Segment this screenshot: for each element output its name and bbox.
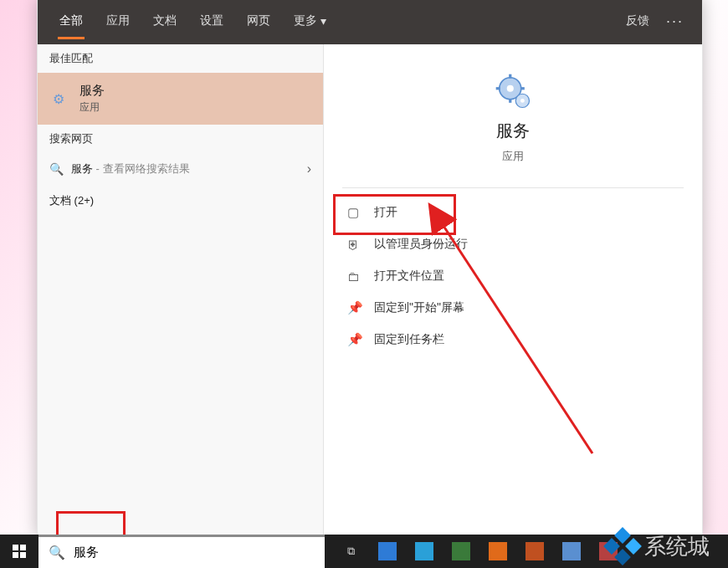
action-open-location-label: 打开文件位置: [374, 269, 444, 284]
action-pin-taskbar[interactable]: 📌 固定到任务栏: [332, 324, 694, 356]
web-item-label: 服务: [71, 162, 93, 175]
svg-rect-12: [20, 552, 26, 558]
action-list: ▢ 打开 ⛨ 以管理员身份运行 🗀 打开文件位置 📌 固定到"开始"屏幕 📌: [324, 193, 702, 359]
svg-rect-11: [13, 552, 18, 558]
action-run-admin-label: 以管理员身份运行: [374, 237, 468, 252]
taskbar-app-4[interactable]: [480, 535, 515, 568]
filter-tabbar: 全部 应用 文档 设置 网页 更多 ▾ 反馈 ···: [38, 0, 702, 44]
web-search-item[interactable]: 🔍 服务 - 查看网络搜索结果 ›: [38, 153, 323, 185]
tab-all[interactable]: 全部: [48, 0, 95, 44]
preview-hero: 服务 应用: [324, 44, 702, 181]
results-list: 最佳匹配 ⚙ 服务 应用 搜索网页 🔍 服务 - 查看网络搜索结果 › 文档 (…: [38, 44, 324, 535]
chevron-down-icon: ▾: [320, 14, 326, 28]
action-open[interactable]: ▢ 打开: [332, 197, 694, 228]
taskbar-app-5[interactable]: [517, 535, 552, 568]
task-view-button[interactable]: ⧉: [333, 535, 368, 568]
action-open-label: 打开: [374, 205, 397, 220]
shield-icon: ⛨: [347, 238, 362, 252]
best-match-text: 服务 应用: [79, 83, 105, 115]
tab-apps[interactable]: 应用: [95, 0, 141, 44]
pin-icon: 📌: [347, 332, 362, 347]
action-open-location[interactable]: 🗀 打开文件位置: [332, 260, 694, 292]
svg-rect-2: [509, 74, 511, 79]
best-match-header: 最佳匹配: [38, 44, 323, 73]
search-input[interactable]: [74, 545, 315, 560]
web-search-header: 搜索网页: [38, 125, 323, 153]
documents-header[interactable]: 文档 (2+): [38, 185, 323, 217]
svg-rect-3: [509, 99, 511, 103]
chevron-right-icon: ›: [307, 161, 311, 177]
windows-logo-icon: [13, 545, 26, 558]
tab-docs[interactable]: 文档: [141, 0, 188, 44]
tab-more-label: 更多: [294, 13, 317, 28]
taskbar-app-1[interactable]: [370, 535, 405, 568]
start-button[interactable]: [0, 535, 38, 568]
search-icon: 🔍: [49, 162, 63, 176]
tab-settings[interactable]: 设置: [188, 0, 235, 44]
search-flyout: 全部 应用 文档 设置 网页 更多 ▾ 反馈 ··· 最佳匹配 ⚙ 服务 应用 …: [37, 0, 703, 535]
taskbar-app-3[interactable]: [443, 535, 479, 568]
action-run-admin[interactable]: ⛨ 以管理员身份运行: [332, 228, 694, 260]
action-pin-start-label: 固定到"开始"屏幕: [374, 300, 464, 315]
action-pin-start[interactable]: 📌 固定到"开始"屏幕: [332, 292, 694, 324]
taskbar-app-7[interactable]: [591, 535, 626, 568]
preview-title: 服务: [496, 120, 530, 142]
taskbar-pinned-apps: ⧉: [325, 535, 626, 568]
feedback-link[interactable]: 反馈: [618, 13, 658, 28]
svg-rect-4: [496, 87, 500, 90]
overflow-menu-icon[interactable]: ···: [658, 13, 692, 30]
web-item-hint: - 查看网络搜索结果: [93, 162, 190, 175]
taskbar-app-6[interactable]: [554, 535, 589, 568]
divider: [342, 187, 684, 188]
svg-rect-10: [20, 545, 26, 550]
tab-web[interactable]: 网页: [235, 0, 282, 44]
services-gear-icon: ⚙: [49, 90, 68, 108]
best-match-title: 服务: [79, 83, 105, 99]
search-icon: 🔍: [49, 545, 65, 560]
best-match-subtitle: 应用: [79, 100, 105, 115]
svg-rect-9: [13, 545, 18, 550]
svg-rect-5: [520, 87, 525, 90]
svg-point-1: [507, 85, 514, 92]
svg-point-7: [520, 99, 525, 103]
taskbar-app-2[interactable]: [407, 535, 442, 568]
pin-icon: 📌: [347, 300, 362, 315]
taskbar: 🔍 ⧉: [0, 535, 728, 568]
taskbar-search[interactable]: 🔍: [38, 535, 325, 568]
folder-icon: 🗀: [347, 269, 362, 284]
open-icon: ▢: [347, 205, 362, 220]
tab-more[interactable]: 更多 ▾: [282, 0, 338, 44]
best-match-item[interactable]: ⚙ 服务 应用: [38, 73, 323, 125]
results-body: 最佳匹配 ⚙ 服务 应用 搜索网页 🔍 服务 - 查看网络搜索结果 › 文档 (…: [38, 44, 702, 535]
preview-pane: 服务 应用 ▢ 打开 ⛨ 以管理员身份运行 🗀 打开文件位置 📌: [324, 44, 702, 535]
action-pin-taskbar-label: 固定到任务栏: [374, 332, 444, 347]
preview-subtitle: 应用: [502, 149, 524, 164]
services-gear-large-icon: [491, 69, 535, 113]
